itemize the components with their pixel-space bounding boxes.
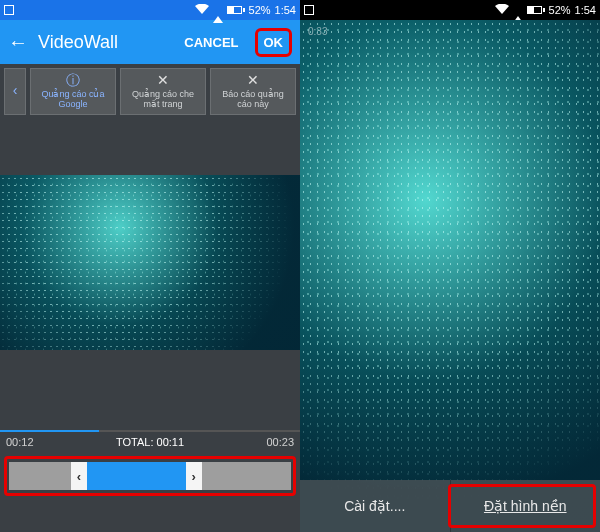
battery-icon	[527, 6, 545, 14]
trim-range[interactable]	[87, 462, 186, 490]
right-screen: 52% 1:54 0:33 Cài đặt.... Đặt hình nền	[300, 0, 600, 532]
settings-button[interactable]: Cài đặt....	[300, 480, 451, 532]
battery-icon	[227, 6, 245, 14]
battery-percent: 52%	[249, 4, 271, 16]
ad-cell-google[interactable]: ⓘ Quảng cáo của Google	[30, 68, 116, 115]
wifi-icon	[495, 4, 509, 16]
ok-button[interactable]: OK	[255, 28, 293, 57]
video-preview[interactable]	[0, 175, 300, 350]
set-wallpaper-button[interactable]: Đặt hình nền	[451, 480, 601, 532]
progress-track[interactable]	[0, 430, 300, 432]
app-bar: ← VideoWall CANCEL OK	[0, 20, 300, 64]
left-screen: 52% 1:54 ← VideoWall CANCEL OK ‹ ⓘ Quảng…	[0, 0, 300, 532]
ocean-thumbnail	[0, 175, 300, 350]
ad-cell-label: cáo này	[237, 100, 269, 110]
time-total: TOTAL: 00:11	[116, 436, 184, 448]
close-icon: ✕	[247, 73, 259, 88]
status-time: 1:54	[575, 4, 596, 16]
back-icon[interactable]: ←	[8, 31, 28, 54]
ocean-wallpaper	[300, 20, 600, 532]
trim-slider[interactable]: ‹ ›	[9, 462, 291, 490]
ad-prev-button[interactable]: ‹	[4, 68, 26, 115]
status-bar: 52% 1:54	[300, 0, 600, 20]
status-time: 1:54	[275, 4, 296, 16]
spacer	[0, 350, 300, 430]
progress-fill	[0, 430, 99, 432]
trim-slider-highlight: ‹ ›	[4, 456, 296, 496]
cancel-button[interactable]: CANCEL	[184, 35, 238, 50]
trim-handle-left[interactable]: ‹	[71, 462, 87, 490]
ad-cell-label: mất trang	[143, 100, 182, 110]
wifi-icon	[195, 4, 209, 16]
time-end: 00:23	[266, 436, 294, 448]
ad-cell-label: Google	[58, 100, 87, 110]
trim-handle-right[interactable]: ›	[186, 462, 202, 490]
app-title: VideoWall	[38, 32, 174, 53]
signal-icon	[213, 4, 223, 16]
battery-percent: 52%	[549, 4, 571, 16]
ad-cell-cover[interactable]: ✕ Quảng cáo che mất trang	[120, 68, 206, 115]
time-start: 00:12	[6, 436, 34, 448]
wallpaper-preview[interactable]: 0:33 Cài đặt.... Đặt hình nền	[300, 20, 600, 532]
status-bar: 52% 1:54	[0, 0, 300, 20]
slider-track	[202, 462, 291, 490]
close-icon: ✕	[157, 73, 169, 88]
chevron-left-icon: ‹	[13, 83, 18, 98]
time-bar: 00:12 TOTAL: 00:11 00:23	[0, 434, 300, 452]
overlay-timestamp: 0:33	[308, 26, 327, 37]
ad-strip: ‹ ⓘ Quảng cáo của Google ✕ Quảng cáo che…	[0, 64, 300, 115]
signal-icon	[513, 4, 523, 16]
picture-icon	[4, 5, 14, 15]
info-icon: ⓘ	[66, 73, 80, 88]
ad-cell-report[interactable]: ✕ Báo cáo quảng cáo này	[210, 68, 296, 115]
picture-icon	[304, 5, 314, 15]
bottom-bar: Cài đặt.... Đặt hình nền	[300, 480, 600, 532]
slider-track	[9, 462, 71, 490]
